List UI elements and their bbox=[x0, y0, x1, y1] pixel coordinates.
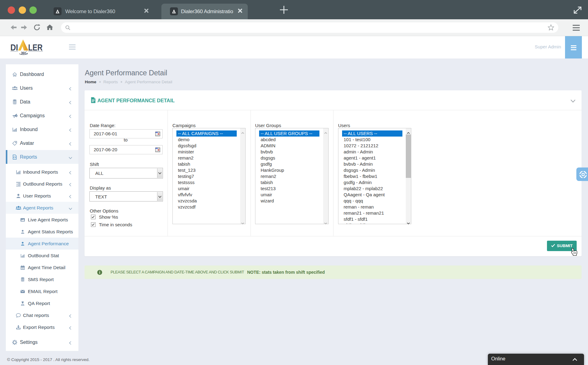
sidebar-item-chat-reports[interactable]: Chat reports bbox=[6, 309, 78, 321]
list-option[interactable]: reman21 - reman21 bbox=[338, 210, 406, 216]
list-option[interactable]: reman - reman bbox=[338, 204, 406, 210]
scrollbar[interactable] bbox=[323, 128, 328, 224]
sidebar-item-agent-time-detail[interactable]: Agent Time Detail bbox=[6, 262, 78, 273]
list-option[interactable]: test213 bbox=[255, 186, 323, 192]
forward-icon[interactable] bbox=[20, 24, 28, 32]
list-option[interactable]: sfdf2 - sfdf2 bbox=[338, 222, 406, 224]
bookmark-star-icon[interactable] bbox=[547, 24, 555, 31]
header-menu-button[interactable] bbox=[565, 36, 582, 58]
sidebar-item-outbound-reports[interactable]: OutBound Reports bbox=[6, 178, 78, 190]
list-option[interactable]: minister bbox=[173, 149, 240, 155]
tab-close-icon[interactable] bbox=[237, 8, 243, 13]
list-option[interactable]: bvbvb bbox=[255, 149, 323, 155]
sidebar-item-agent-status-reports[interactable]: Agent Status Reports bbox=[6, 226, 78, 238]
sidebar-item-sms-report[interactable]: SMS Report bbox=[6, 273, 78, 285]
date-to-input[interactable]: 2017-06-20 bbox=[89, 145, 163, 154]
list-option[interactable]: ADMIN bbox=[255, 143, 323, 149]
sidebar-item-avatar[interactable]: Avatar bbox=[6, 136, 78, 150]
tab-close-icon[interactable] bbox=[144, 8, 149, 13]
scrollbar-thumb[interactable] bbox=[406, 134, 411, 178]
list-option[interactable]: abcded bbox=[255, 137, 323, 143]
list-option[interactable]: vzvzcsda bbox=[173, 198, 240, 204]
window-close-button[interactable] bbox=[8, 6, 15, 14]
list-option[interactable]: umair bbox=[255, 192, 323, 198]
help-floating-button[interactable] bbox=[576, 167, 588, 181]
display-as-select[interactable]: TEXT bbox=[89, 191, 163, 201]
list-option[interactable]: agent1 - agent1 bbox=[338, 155, 406, 161]
browser-tab-welcome[interactable]: Welcome to Dialer360 bbox=[48, 4, 160, 19]
list-option[interactable]: reman2 bbox=[255, 173, 323, 179]
list-option[interactable]: fbebw1 - fbebw1 bbox=[338, 173, 406, 179]
list-option[interactable]: admin - Admin bbox=[338, 149, 406, 155]
list-option[interactable]: dsgsgs - Admin bbox=[338, 167, 406, 173]
sidebar-item-users[interactable]: Users bbox=[6, 81, 78, 95]
sidebar-item-email-report[interactable]: EMAIL Report bbox=[6, 285, 78, 297]
calendar-icon[interactable] bbox=[155, 147, 160, 152]
shift-select[interactable]: ALL bbox=[89, 168, 163, 179]
list-option[interactable]: dgssfsgd bbox=[173, 143, 240, 149]
home-icon[interactable] bbox=[46, 24, 54, 32]
list-option[interactable]: tabish bbox=[255, 179, 323, 186]
sidebar-item-inbound-reports[interactable]: Inbound Reports bbox=[6, 166, 78, 178]
list-option[interactable]: 101 - test100 bbox=[338, 137, 406, 143]
url-bar[interactable] bbox=[61, 22, 558, 33]
sidebar-item-qa-report[interactable]: QA Report bbox=[6, 297, 78, 309]
checkbox-checked-icon[interactable] bbox=[91, 222, 96, 227]
sidebar-item-user-reports[interactable]: User Reports bbox=[6, 190, 78, 202]
back-icon[interactable] bbox=[10, 24, 17, 32]
sidebar-item-reports[interactable]: Reports bbox=[6, 150, 78, 164]
list-option[interactable]: wizard bbox=[255, 198, 323, 204]
sidebar-item-dashboard[interactable]: Dashboard bbox=[6, 67, 78, 81]
sidebar-item-outbound-stat[interactable]: OutBound Stat bbox=[6, 250, 78, 262]
browser-tab-administration[interactable]: Dialer360 Administratio bbox=[161, 4, 248, 19]
sidebar-item-campaigns[interactable]: Campaigns bbox=[6, 109, 78, 122]
breadcrumb-home[interactable]: Home bbox=[85, 80, 96, 84]
sidebar-item-export-reports[interactable]: Export Reports bbox=[6, 321, 78, 333]
list-option[interactable]: reman2 bbox=[173, 155, 240, 161]
online-status-bar[interactable]: Online bbox=[488, 354, 584, 365]
fullscreen-icon[interactable] bbox=[572, 5, 583, 15]
list-option[interactable]: sfdf1 - sfdf1 bbox=[338, 216, 406, 222]
user-name-label[interactable]: Super Admin bbox=[535, 44, 561, 49]
campaigns-listbox[interactable]: -- ALL CAMPAIGNS -- demo dgssfsgd minist… bbox=[172, 128, 246, 224]
sidebar-item-agent-performance[interactable]: Agent Performance bbox=[6, 238, 78, 250]
list-option[interactable]: qqq - qqq bbox=[338, 198, 406, 204]
list-option-selected[interactable]: -- ALL CAMPAIGNS -- bbox=[176, 130, 237, 137]
list-option[interactable]: test_123 bbox=[173, 167, 240, 173]
sidebar-item-inbound[interactable]: Inbound bbox=[6, 122, 78, 136]
sidebar-item-settings[interactable]: Settings bbox=[6, 335, 78, 349]
reload-icon[interactable] bbox=[33, 24, 41, 32]
list-option[interactable]: tabish bbox=[173, 161, 240, 167]
list-option[interactable]: gsdfg - Admin bbox=[338, 179, 406, 186]
list-option-selected[interactable]: -- ALL USER GROUPS -- bbox=[259, 130, 319, 137]
sidebar-item-data[interactable]: Data bbox=[6, 95, 78, 109]
list-option[interactable]: umair bbox=[173, 186, 240, 192]
list-option[interactable]: bvbvb - Admin bbox=[338, 161, 406, 167]
list-option[interactable]: demo bbox=[173, 137, 240, 143]
list-option[interactable]: vzvzcsdf bbox=[173, 204, 240, 210]
list-option-selected[interactable]: -- ALL USERS -- bbox=[342, 130, 402, 137]
sidebar-item-live-agent-reports[interactable]: Live Agent Reports bbox=[6, 214, 78, 226]
sidebar-item-agent-reports[interactable]: Agent Reports bbox=[6, 202, 78, 214]
list-option[interactable]: testing7 bbox=[173, 173, 240, 179]
list-option[interactable]: QAagent - Qa agent bbox=[338, 192, 406, 198]
collapse-chevron-icon[interactable] bbox=[570, 99, 576, 104]
list-option[interactable]: mplab22 - mplab22 bbox=[338, 186, 406, 192]
scrollbar[interactable] bbox=[240, 128, 245, 224]
list-option[interactable]: vffvfvfv bbox=[173, 192, 240, 198]
list-option[interactable]: 10272 - 2121212 bbox=[338, 143, 406, 149]
user-groups-listbox[interactable]: -- ALL USER GROUPS -- abcded ADMIN bvbvb… bbox=[255, 128, 329, 224]
browser-menu-icon[interactable] bbox=[573, 24, 580, 32]
scrollbar[interactable] bbox=[406, 128, 411, 224]
dialer360-logo[interactable]: DI LER 360 bbox=[9, 38, 55, 58]
window-maximize-button[interactable] bbox=[29, 6, 37, 14]
new-tab-button[interactable] bbox=[278, 6, 290, 14]
list-option[interactable]: dsgsgs bbox=[255, 155, 323, 161]
sidebar-toggle-icon[interactable] bbox=[69, 44, 76, 50]
calendar-icon[interactable] bbox=[155, 131, 160, 136]
list-option[interactable]: gsdfg bbox=[255, 161, 323, 167]
users-listbox[interactable]: -- ALL USERS -- 101 - test100 10272 - 21… bbox=[338, 128, 411, 224]
window-minimize-button[interactable] bbox=[19, 6, 26, 14]
checkbox-checked-icon[interactable] bbox=[91, 215, 96, 219]
list-option[interactable]: testssss bbox=[173, 179, 240, 186]
